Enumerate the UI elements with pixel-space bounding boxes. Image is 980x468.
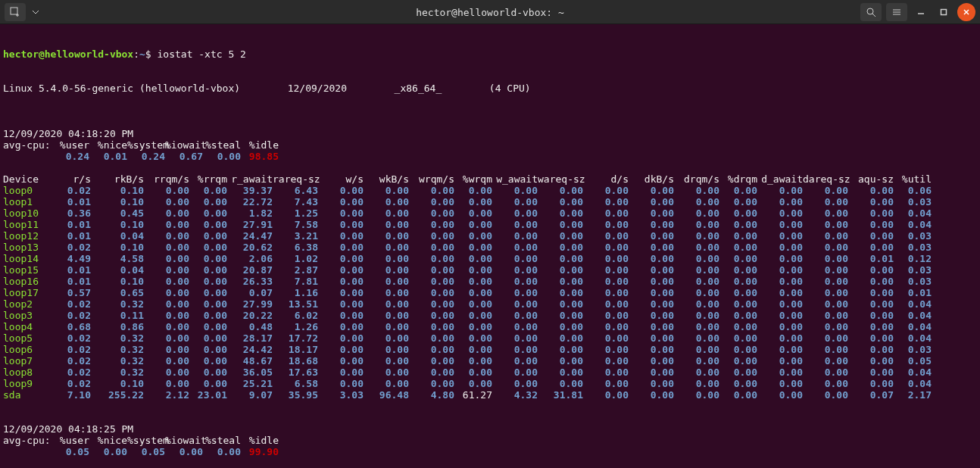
device-row: loop50.020.320.000.0028.1717.720.000.000… [3,332,977,344]
device-row: loop130.020.100.000.0020.626.380.000.000… [3,242,977,253]
svg-rect-9 [941,10,947,15]
device-row: loop60.020.320.000.0024.4218.170.000.000… [3,344,977,355]
sysinfo-line: Linux 5.4.0-56-generic (helloworld-vbox)… [3,83,977,94]
cpu-header-1: avg-cpu:%user%nice%system%iowait%steal%i… [3,435,977,446]
minimize-button[interactable] [912,3,930,21]
device-row: loop80.020.320.000.0036.0517.630.000.000… [3,367,977,378]
new-tab-button[interactable] [5,3,26,21]
maximize-icon [940,8,947,16]
window-titlebar: hector@helloworld-vbox: ~ [0,0,980,24]
new-tab-icon [10,7,20,17]
menu-button[interactable] [886,3,907,21]
device-header-0: Devicer/srkB/srrqm/s%rrqmr_awaitrareq-sz… [3,173,977,185]
maximize-button[interactable] [935,3,953,21]
search-button[interactable] [860,3,882,21]
prompt-user-host: hector@helloworld-vbox [3,48,133,60]
timestamp-0: 12/09/2020 04:18:20 PM [3,128,977,139]
cpu-values-0: 0.240.010.240.670.0098.85 [3,151,977,162]
device-row: loop150.010.040.000.0020.872.870.000.000… [3,264,977,276]
cpu-values-1: 0.050.000.050.000.0099.90 [3,446,977,457]
close-icon [963,8,970,16]
hamburger-icon [891,7,902,17]
terminal-body[interactable]: hector@helloworld-vbox:~$ iostat -xtc 5 … [0,24,980,468]
device-row: loop170.570.650.000.000.071.160.000.000.… [3,287,977,298]
device-row: loop90.020.100.000.0025.216.580.000.000.… [3,378,977,389]
cpu-header-0: avg-cpu:%user%nice%system%iowait%steal%i… [3,139,977,151]
device-row: loop30.020.110.000.0020.226.020.000.000.… [3,310,977,321]
iostat-output: 12/09/2020 04:18:20 PMavg-cpu:%user%nice… [3,117,977,468]
window-title: hector@helloworld-vbox: ~ [0,7,980,18]
search-icon [866,7,876,17]
minimize-icon [917,8,925,16]
timestamp-1: 12/09/2020 04:18:25 PM [3,423,977,435]
device-row: loop110.010.100.000.0027.917.580.000.000… [3,219,977,230]
prompt-path: ~ [139,48,145,60]
svg-line-4 [872,14,875,17]
device-row: loop70.020.320.000.0048.6718.680.000.000… [3,355,977,367]
device-row: loop120.010.040.000.0024.473.210.000.000… [3,230,977,242]
svg-point-3 [867,8,873,14]
device-row: loop100.360.450.000.001.821.250.000.000.… [3,207,977,219]
device-row: loop40.680.860.000.000.481.260.000.000.0… [3,321,977,332]
svg-rect-0 [11,8,17,14]
device-row: loop20.020.320.000.0027.9913.510.000.000… [3,298,977,310]
close-button[interactable] [957,3,975,21]
tab-list-dropdown[interactable] [30,3,41,21]
chevron-down-icon [32,8,39,16]
device-row: loop00.020.100.000.0039.376.430.000.000.… [3,185,977,196]
device-row: sda7.10255.222.1223.019.0735.953.0396.48… [3,389,977,401]
device-row: loop144.494.580.000.002.061.020.000.000.… [3,253,977,264]
device-row: loop10.010.100.000.0022.727.430.000.000.… [3,196,977,207]
prompt-line: hector@helloworld-vbox:~$ iostat -xtc 5 … [3,48,977,60]
device-row: loop160.010.100.000.0026.337.810.000.000… [3,276,977,287]
command-text: iostat -xtc 5 2 [158,48,246,60]
